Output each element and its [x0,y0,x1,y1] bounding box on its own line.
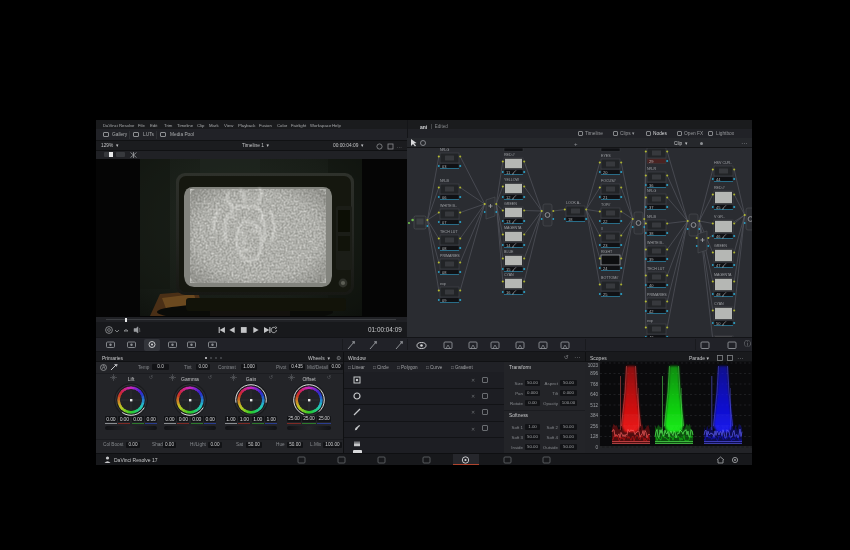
svg-text:RIGHT: RIGHT [601,250,613,254]
svg-text:21: 21 [603,195,608,200]
svg-text:⋯: ⋯ [397,144,402,150]
svg-text:FOCUS//: FOCUS// [601,179,616,183]
svg-text:CYAN: CYAN [714,302,724,306]
svg-text:1023: 1023 [588,363,599,368]
svg-text:384: 384 [590,413,598,418]
svg-text:38: 38 [649,231,654,236]
svg-text:14: 14 [506,243,511,248]
svg-text:36: 36 [649,183,654,188]
svg-text:HSV CUR..: HSV CUR.. [714,161,732,165]
svg-text:EYES: EYES [601,154,611,158]
svg-text:WHITE B..: WHITE B.. [647,241,664,245]
svg-text:47: 47 [716,263,721,268]
svg-text:MAGENTA: MAGENTA [714,273,732,277]
svg-text:PRIMARIES: PRIMARIES [440,254,460,258]
svg-text:RED //: RED // [504,153,515,157]
svg-text:RED //: RED // [714,186,725,190]
svg-text:BOTTOM//: BOTTOM// [601,276,618,280]
svg-text:TECH LUT: TECH LUT [440,230,458,234]
svg-text:18: 18 [568,217,573,222]
svg-text:128: 128 [590,434,598,439]
svg-text:PRIMARIES: PRIMARIES [647,293,667,297]
svg-text:44: 44 [716,177,721,182]
svg-text:37: 37 [649,205,654,210]
svg-text:V GR..: V GR.. [714,215,725,219]
svg-text:20: 20 [603,170,608,175]
svg-text:NR-R: NR-R [647,167,656,171]
svg-text:WHITE B..: WHITE B.. [440,204,457,208]
svg-text://: // [601,227,603,231]
svg-text:MAGENTA: MAGENTA [504,226,522,230]
svg-text:09: 09 [442,298,447,303]
svg-text:TOP//: TOP// [601,203,610,207]
svg-text:896: 896 [590,371,598,376]
svg-text:NR-B: NR-B [440,179,449,183]
svg-text:12: 12 [506,195,511,200]
svg-text:08: 08 [442,246,447,251]
svg-text:16: 16 [506,290,511,295]
svg-text:YELLOW: YELLOW [504,178,520,182]
svg-text:NR-B: NR-B [647,215,656,219]
svg-text:512: 512 [590,403,598,408]
svg-text:29: 29 [649,159,654,164]
svg-text:GREEN: GREEN [714,244,727,248]
svg-text:13: 13 [506,219,511,224]
svg-text:256: 256 [590,424,598,429]
svg-text:640: 640 [590,392,598,397]
svg-text:TECH LUT: TECH LUT [647,267,665,271]
svg-text:exp: exp [647,319,653,323]
svg-text:GREEN: GREEN [504,202,517,206]
svg-text:06: 06 [442,195,447,200]
svg-text:40: 40 [649,283,654,288]
svg-text:22: 22 [603,219,608,224]
svg-text:46: 46 [716,234,721,239]
svg-text:15: 15 [506,267,511,272]
svg-text:45: 45 [716,205,721,210]
svg-text:NR-G: NR-G [647,189,656,193]
svg-text:768: 768 [590,382,598,387]
svg-text:⋯: ⋯ [737,355,743,361]
svg-text:23: 23 [603,243,608,248]
svg-text:42: 42 [649,309,654,314]
svg-text:07: 07 [442,220,447,225]
svg-text:LOOK A..: LOOK A.. [566,201,581,205]
svg-text:25: 25 [603,292,608,297]
svg-text:43: 43 [649,335,654,337]
svg-text:CYAN: CYAN [504,273,514,277]
svg-text:03: 03 [442,164,447,169]
svg-text:NR-G: NR-G [440,148,449,152]
svg-text:BLUE: BLUE [504,250,514,254]
svg-text:exp: exp [440,282,446,286]
svg-text:48: 48 [716,292,721,297]
svg-text:0: 0 [595,445,598,450]
svg-text:50: 50 [716,321,721,326]
svg-text:24: 24 [603,266,608,271]
svg-text:39: 39 [649,257,654,262]
svg-text:08: 08 [442,270,447,275]
